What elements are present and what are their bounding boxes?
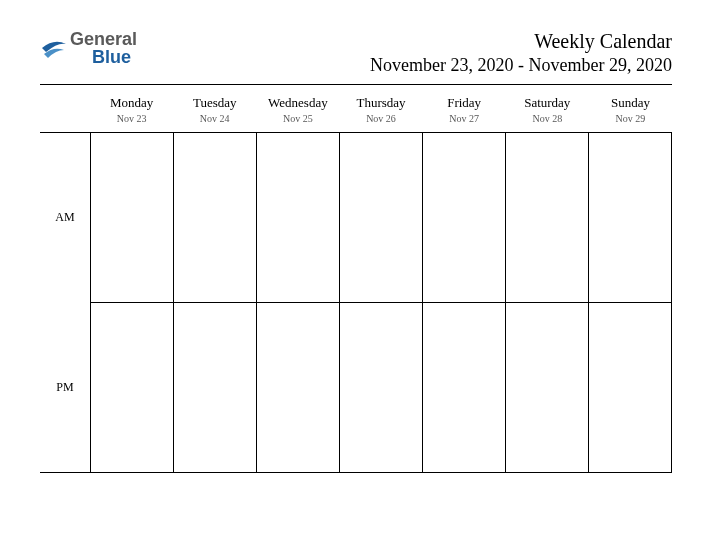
day-date: Nov 24	[173, 113, 256, 124]
calendar-cells	[90, 132, 672, 473]
calendar-cell	[589, 303, 672, 473]
period-label-am: AM	[40, 133, 90, 303]
day-header-tuesday: Tuesday Nov 24	[173, 95, 256, 124]
period-labels: AM PM	[40, 132, 90, 473]
brand-logo: General Blue	[40, 30, 137, 66]
calendar-cell	[91, 133, 174, 303]
day-header-sunday: Sunday Nov 29	[589, 95, 672, 124]
brand-name: General Blue	[70, 30, 137, 66]
calendar-cell	[340, 133, 423, 303]
day-date: Nov 29	[589, 113, 672, 124]
calendar-cell	[423, 303, 506, 473]
day-date: Nov 26	[339, 113, 422, 124]
day-name: Wednesday	[256, 95, 339, 111]
day-name: Sunday	[589, 95, 672, 111]
row-label-spacer	[40, 95, 90, 124]
calendar-cell	[506, 133, 589, 303]
day-header-monday: Monday Nov 23	[90, 95, 173, 124]
day-name: Thursday	[339, 95, 422, 111]
weekly-calendar: Monday Nov 23 Tuesday Nov 24 Wednesday N…	[40, 85, 672, 473]
header: General Blue Weekly Calendar November 23…	[40, 30, 672, 76]
day-name: Friday	[423, 95, 506, 111]
day-header-thursday: Thursday Nov 26	[339, 95, 422, 124]
day-name: Monday	[90, 95, 173, 111]
day-header-wednesday: Wednesday Nov 25	[256, 95, 339, 124]
day-date: Nov 27	[423, 113, 506, 124]
calendar-grid: AM PM	[40, 132, 672, 473]
calendar-cell	[91, 303, 174, 473]
day-name: Tuesday	[173, 95, 256, 111]
day-header-saturday: Saturday Nov 28	[506, 95, 589, 124]
calendar-cell	[174, 303, 257, 473]
globe-swoosh-icon	[40, 34, 68, 62]
calendar-cell	[340, 303, 423, 473]
day-header-friday: Friday Nov 27	[423, 95, 506, 124]
calendar-cell	[423, 133, 506, 303]
page-title: Weekly Calendar	[370, 30, 672, 53]
day-headers-row: Monday Nov 23 Tuesday Nov 24 Wednesday N…	[40, 85, 672, 132]
calendar-cell	[589, 133, 672, 303]
brand-word-2: Blue	[92, 48, 137, 66]
calendar-cell	[506, 303, 589, 473]
day-name: Saturday	[506, 95, 589, 111]
day-date: Nov 28	[506, 113, 589, 124]
period-label-pm: PM	[40, 303, 90, 473]
date-range: November 23, 2020 - November 29, 2020	[370, 55, 672, 76]
brand-word-1: General	[70, 30, 137, 48]
calendar-cell	[174, 133, 257, 303]
day-date: Nov 23	[90, 113, 173, 124]
calendar-cell	[257, 133, 340, 303]
title-block: Weekly Calendar November 23, 2020 - Nove…	[370, 30, 672, 76]
calendar-cell	[257, 303, 340, 473]
day-date: Nov 25	[256, 113, 339, 124]
